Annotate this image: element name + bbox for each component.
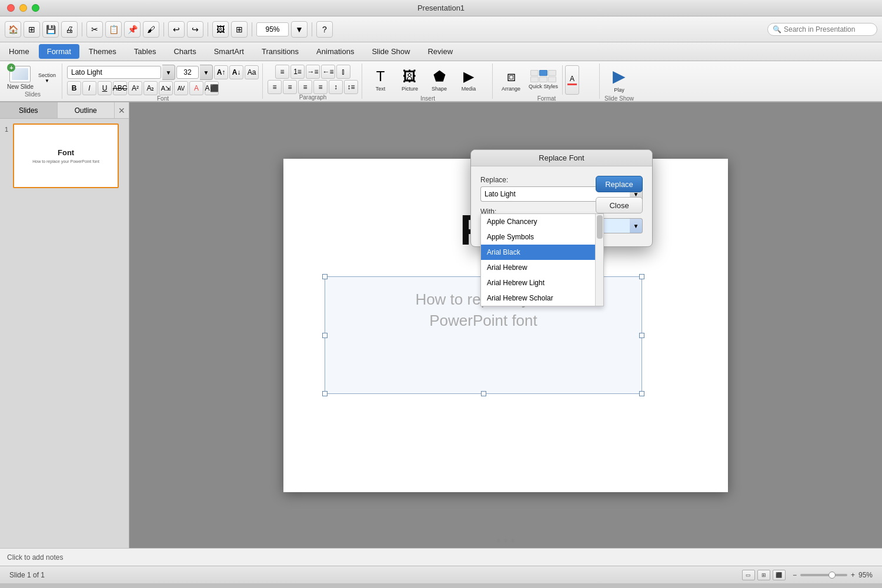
maximize-window-button[interactable] (32, 4, 39, 12)
font-name-dropdown-icon[interactable]: ▼ (162, 65, 175, 80)
zoom-minus-icon[interactable]: − (793, 571, 797, 579)
character-spacing-button[interactable]: AV (174, 81, 188, 95)
copy-icon[interactable]: 📋 (105, 21, 122, 38)
redo-icon[interactable]: ↪ (187, 21, 203, 38)
minimize-window-button[interactable] (19, 4, 27, 12)
menu-review[interactable]: Review (419, 44, 461, 59)
dropdown-item-arial-hebrew-light[interactable]: Arial Hebrew Light (481, 275, 603, 290)
slide-thumbnail-1[interactable]: Font How to replace your PowerPoint font (13, 123, 119, 188)
text-button[interactable]: T Text (367, 65, 394, 95)
replace-button[interactable]: Replace (596, 176, 643, 192)
search-box[interactable]: 🔍 (767, 23, 877, 36)
dropdown-scrollbar[interactable] (595, 214, 603, 306)
line-spacing-button[interactable]: ↕≡ (344, 80, 358, 94)
handle-bottom-left[interactable] (322, 391, 328, 396)
menu-home[interactable]: Home (1, 44, 38, 59)
menu-transitions[interactable]: Transitions (253, 44, 307, 59)
dropdown-item-arial-hebrew[interactable]: Arial Hebrew (481, 260, 603, 275)
picture-button[interactable]: 🖼 Picture (396, 65, 423, 95)
insert-table-icon[interactable]: ⊞ (231, 21, 248, 38)
sidebar-close-button[interactable]: ✕ (115, 102, 129, 118)
text-shadow-button[interactable]: A⇲ (159, 81, 173, 95)
font-size-input[interactable]: 32 (176, 66, 199, 79)
dropdown-item-apple-symbols[interactable]: Apple Symbols (481, 229, 603, 245)
font-color-button[interactable]: A (189, 81, 203, 95)
sidebar-tab-outline[interactable]: Outline (58, 102, 115, 118)
quick-styles-button[interactable]: Quick Styles (527, 65, 560, 95)
close-button[interactable]: Close (596, 197, 643, 213)
help-icon[interactable]: ? (316, 21, 333, 38)
decrease-font-size-button[interactable]: A↓ (229, 65, 243, 79)
presenter-view-button[interactable]: ⬛ (773, 570, 786, 580)
text-highlight-button[interactable]: A⬛ (205, 81, 219, 95)
increase-font-size-button[interactable]: A↑ (214, 65, 228, 79)
search-input[interactable] (784, 25, 872, 34)
normal-view-button[interactable]: ▭ (742, 570, 755, 580)
menu-animations[interactable]: Animations (308, 44, 362, 59)
dropdown-item-apple-chancery[interactable]: Apple Chancery (481, 214, 603, 229)
menu-format[interactable]: Format (39, 44, 79, 59)
bullets-button[interactable]: ≡ (275, 65, 289, 79)
handle-bottom-right[interactable] (639, 391, 644, 396)
shape-button[interactable]: ⬟ Shape (426, 65, 453, 95)
dialog-title: Replace Font (539, 153, 584, 162)
handle-middle-left[interactable] (322, 333, 328, 338)
align-right-button[interactable]: ≡ (298, 80, 312, 94)
menu-themes[interactable]: Themes (81, 44, 125, 59)
superscript-button[interactable]: A² (128, 81, 142, 95)
menu-smartart[interactable]: SmartArt (206, 44, 252, 59)
text-direction-button[interactable]: ↕ (329, 80, 343, 94)
grid-icon[interactable]: ⊞ (24, 21, 40, 38)
change-case-button[interactable]: Aa (245, 65, 259, 79)
sidebar-tab-slides[interactable]: Slides (0, 102, 58, 118)
replace-font-dialog[interactable]: Replace Font Replace: Lato Light ▼ With:… (470, 149, 653, 247)
paste-icon[interactable]: 📌 (124, 21, 141, 38)
zoom-input[interactable]: 95% (256, 22, 289, 36)
bold-button[interactable]: B (67, 81, 81, 95)
new-slide-label: New Slide (7, 83, 34, 90)
insert-picture-icon[interactable]: 🖼 (212, 21, 229, 38)
grid-view-button[interactable]: ⊞ (757, 570, 770, 580)
play-button[interactable]: ▶ Play (606, 65, 633, 95)
font-name-input[interactable]: Lato Light (67, 66, 161, 79)
handle-bottom-center[interactable] (481, 391, 486, 396)
arrange-button[interactable]: ⧈ Arrange (497, 65, 524, 95)
handle-top-left[interactable] (322, 274, 328, 279)
home-icon[interactable]: 🏠 (5, 21, 21, 38)
indent-decrease-button[interactable]: ←≡ (321, 65, 335, 79)
cut-icon[interactable]: ✂ (86, 21, 103, 38)
numbering-button[interactable]: 1≡ (290, 65, 305, 79)
dropdown-item-arial-hebrew-scholar[interactable]: Arial Hebrew Scholar (481, 290, 603, 306)
justify-button[interactable]: ≡ (313, 80, 328, 94)
section-button[interactable]: Section ▼ (36, 71, 58, 85)
undo-icon[interactable]: ↩ (168, 21, 185, 38)
print-icon[interactable]: 🖨 (61, 21, 78, 38)
indent-increase-button[interactable]: →≡ (306, 65, 320, 79)
handle-middle-right[interactable] (639, 333, 644, 338)
strikethrough-button[interactable]: ABC (113, 81, 127, 95)
notes-bar[interactable]: Click to add notes (0, 548, 882, 566)
media-button[interactable]: ▶ Media (455, 65, 482, 95)
menu-tables[interactable]: Tables (126, 44, 165, 59)
with-dropdown-arrow[interactable]: ▼ (630, 218, 643, 233)
columns-button[interactable]: ⫿ (336, 65, 350, 79)
format-painter-icon[interactable]: 🖌 (143, 21, 159, 38)
align-center-button[interactable]: ≡ (283, 80, 297, 94)
subscript-button[interactable]: A₂ (143, 81, 158, 95)
handle-top-right[interactable] (639, 274, 644, 279)
align-left-button[interactable]: ≡ (268, 80, 282, 94)
dropdown-item-arial-black[interactable]: Arial Black (481, 245, 603, 260)
menu-charts[interactable]: Charts (165, 44, 204, 59)
font-size-dropdown-icon[interactable]: ▼ (200, 65, 213, 80)
save-icon[interactable]: 💾 (42, 21, 59, 38)
zoom-dropdown-icon[interactable]: ▼ (291, 21, 308, 38)
zoom-plus-icon[interactable]: + (851, 571, 855, 579)
close-window-button[interactable] (7, 4, 15, 12)
underline-button[interactable]: U (98, 81, 112, 95)
insert-group-label: Insert (367, 95, 489, 102)
italic-button[interactable]: I (82, 81, 96, 95)
font-color-picker-button[interactable]: A (565, 65, 579, 95)
new-slide-button[interactable]: + New Slide (7, 66, 34, 90)
zoom-slider[interactable] (800, 574, 847, 576)
menu-slideshow[interactable]: Slide Show (363, 44, 418, 59)
